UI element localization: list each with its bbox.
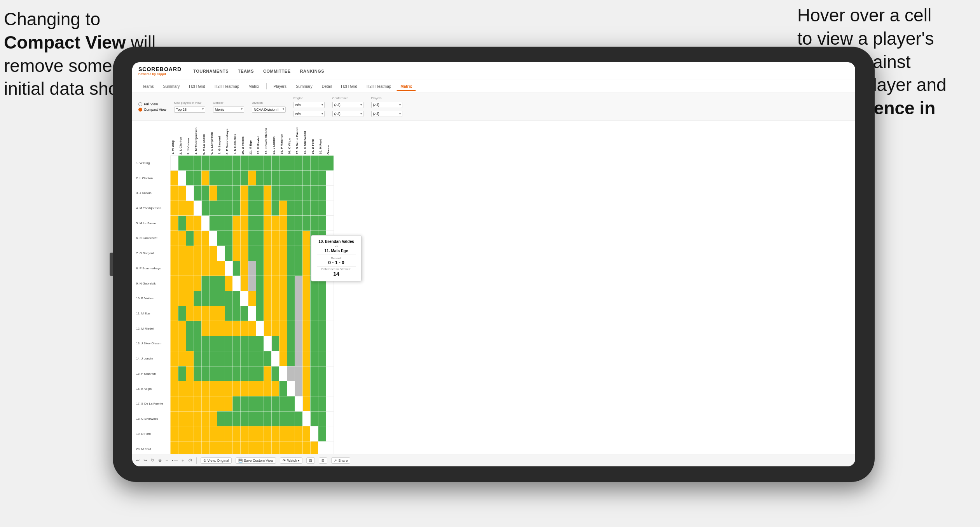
matrix-cell[interactable] — [178, 261, 186, 276]
matrix-cell[interactable] — [186, 155, 194, 171]
matrix-cell[interactable] — [279, 171, 287, 186]
matrix-cell[interactable] — [201, 276, 209, 291]
matrix-cell[interactable] — [279, 336, 287, 351]
matrix-cell[interactable] — [248, 155, 256, 171]
matrix-cell[interactable] — [264, 155, 271, 171]
matrix-cell[interactable] — [256, 261, 264, 276]
gender-select-wrapper[interactable]: Men's — [213, 105, 244, 113]
matrix-cell[interactable] — [279, 185, 287, 201]
matrix-cell[interactable] — [287, 306, 295, 321]
matrix-cell[interactable] — [279, 426, 287, 441]
division-select[interactable]: NCAA Division I — [252, 106, 286, 113]
matrix-cell[interactable] — [209, 381, 217, 396]
share-panel-btn[interactable]: ⊡ — [306, 457, 315, 464]
matrix-cell[interactable] — [271, 155, 279, 171]
matrix-cell[interactable] — [310, 336, 318, 351]
matrix-cell[interactable] — [170, 246, 178, 261]
matrix-cell[interactable] — [217, 246, 225, 261]
matrix-cell[interactable] — [170, 201, 178, 216]
players-select[interactable]: (All) — [371, 102, 402, 108]
matrix-cell[interactable] — [217, 336, 225, 351]
matrix-cell[interactable] — [264, 201, 271, 216]
matrix-cell[interactable] — [256, 185, 264, 201]
matrix-cell[interactable] — [209, 201, 217, 216]
matrix-cell[interactable] — [194, 276, 201, 291]
matrix-cell[interactable] — [256, 155, 264, 171]
matrix-cell[interactable] — [256, 396, 264, 412]
matrix-cell[interactable] — [240, 185, 248, 201]
matrix-cell[interactable] — [240, 201, 248, 216]
matrix-cell[interactable] — [209, 231, 217, 246]
matrix-cell[interactable] — [264, 336, 271, 351]
matrix-cell[interactable] — [271, 261, 279, 276]
matrix-cell[interactable] — [209, 336, 217, 351]
matrix-cell[interactable] — [178, 155, 186, 171]
conference-select-wrapper[interactable]: (All) — [332, 101, 363, 108]
matrix-cell[interactable] — [209, 411, 217, 426]
matrix-cell[interactable] — [279, 155, 287, 171]
matrix-cell[interactable] — [209, 321, 217, 336]
gender-select[interactable]: Men's — [213, 106, 244, 113]
matrix-cell[interactable] — [178, 396, 186, 412]
matrix-cell[interactable] — [248, 185, 256, 201]
matrix-cell[interactable] — [194, 336, 201, 351]
matrix-cell[interactable] — [240, 351, 248, 366]
matrix-cell[interactable] — [302, 276, 310, 291]
matrix-cell[interactable] — [295, 351, 302, 366]
matrix-cell[interactable] — [170, 155, 178, 171]
matrix-cell[interactable] — [248, 216, 256, 231]
matrix-cell[interactable] — [271, 185, 279, 201]
matrix-cell[interactable] — [186, 411, 194, 426]
matrix-cell[interactable] — [302, 396, 310, 412]
compact-view-option[interactable]: Compact View — [138, 108, 166, 112]
matrix-cell[interactable] — [217, 396, 225, 412]
matrix-cell[interactable] — [326, 306, 334, 321]
matrix-cell[interactable] — [302, 216, 310, 231]
matrix-cell[interactable] — [194, 231, 201, 246]
matrix-cell[interactable] — [318, 306, 326, 321]
matrix-cell[interactable] — [186, 426, 194, 441]
matrix-cell[interactable] — [201, 381, 209, 396]
matrix-cell[interactable] — [178, 291, 186, 306]
matrix-cell[interactable] — [170, 216, 178, 231]
matrix-cell[interactable] — [279, 321, 287, 336]
matrix-cell[interactable] — [287, 366, 295, 381]
matrix-cell[interactable] — [201, 216, 209, 231]
matrix-cell[interactable] — [201, 246, 209, 261]
matrix-cell[interactable] — [232, 351, 240, 366]
matrix-cell[interactable] — [256, 411, 264, 426]
matrix-cell[interactable] — [318, 366, 326, 381]
matrix-cell[interactable] — [170, 291, 178, 306]
matrix-cell[interactable] — [264, 185, 271, 201]
matrix-cell[interactable] — [256, 171, 264, 186]
region-select[interactable]: N/A — [293, 102, 325, 108]
matrix-cell[interactable] — [326, 366, 334, 381]
matrix-cell[interactable] — [295, 155, 302, 171]
matrix-cell[interactable] — [201, 185, 209, 201]
matrix-cell[interactable] — [256, 321, 264, 336]
matrix-cell[interactable] — [217, 411, 225, 426]
matrix-cell[interactable] — [232, 336, 240, 351]
matrix-cell[interactable] — [295, 276, 302, 291]
tab-summary-1[interactable]: Summary — [159, 83, 183, 90]
matrix-cell[interactable] — [178, 381, 186, 396]
matrix-cell[interactable] — [240, 366, 248, 381]
matrix-cell[interactable] — [186, 246, 194, 261]
matrix-cell[interactable] — [186, 321, 194, 336]
matrix-cell[interactable] — [201, 201, 209, 216]
conference-select2-wrapper[interactable]: (All) — [332, 110, 363, 117]
matrix-cell[interactable] — [194, 396, 201, 412]
matrix-cell[interactable] — [186, 381, 194, 396]
matrix-cell[interactable] — [186, 231, 194, 246]
matrix-cell[interactable] — [170, 366, 178, 381]
matrix-cell[interactable] — [186, 291, 194, 306]
tab-matrix-active[interactable]: Matrix — [397, 83, 416, 91]
matrix-cell[interactable] — [225, 366, 232, 381]
matrix-cell[interactable] — [170, 306, 178, 321]
matrix-cell[interactable] — [225, 306, 232, 321]
matrix-cell[interactable] — [279, 261, 287, 276]
matrix-cell[interactable] — [318, 321, 326, 336]
matrix-cell[interactable] — [310, 321, 318, 336]
conference-select2[interactable]: (All) — [332, 111, 363, 117]
full-view-option[interactable]: Full View — [138, 102, 166, 106]
